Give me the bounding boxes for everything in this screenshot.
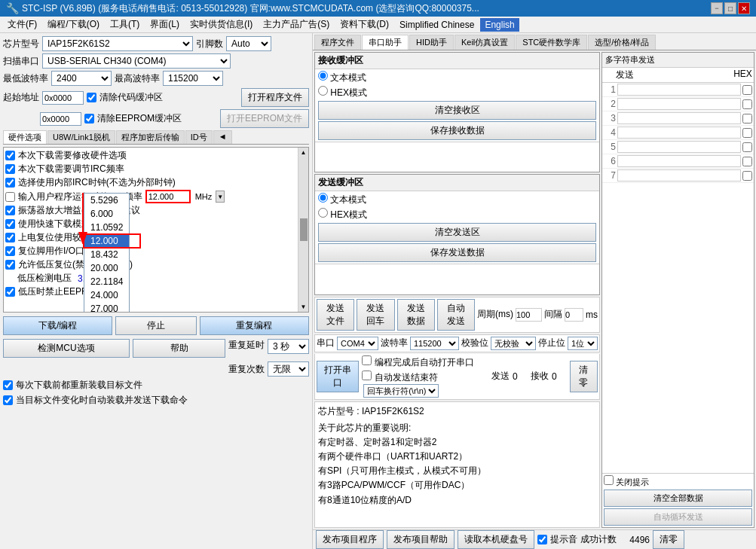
baud-ctrl-select[interactable]: 115200	[410, 337, 459, 350]
stop-ctrl-select[interactable]: 1位	[568, 337, 598, 350]
freq-option-0[interactable]: 5.5296	[84, 194, 129, 207]
freq-input[interactable]	[145, 190, 191, 203]
read-disk-btn[interactable]: 读取本机硬盘号	[458, 530, 534, 549]
re-program-btn[interactable]: 重复编程	[200, 316, 309, 335]
period-input[interactable]	[516, 308, 542, 322]
stop-btn[interactable]: 停止	[115, 316, 196, 335]
menu-stock[interactable]: 实时供货信息(I)	[185, 17, 257, 32]
option-10-check[interactable]	[5, 287, 15, 297]
menu-ads[interactable]: 主力产品广告(S)	[259, 17, 334, 32]
hw-options-tab[interactable]: 硬件选项	[3, 130, 47, 144]
save-send-btn[interactable]: 保存发送数据	[318, 243, 596, 262]
recv-text-radio[interactable]	[318, 71, 328, 81]
end-char-select[interactable]: 回车换行符(\r\n)	[363, 384, 439, 398]
hw-tab-u8w[interactable]: U8W/Link1脱机	[47, 130, 115, 144]
auto-open-check[interactable]	[362, 355, 372, 365]
clear-count-btn[interactable]: 清零	[570, 361, 598, 392]
addr1-input[interactable]	[42, 91, 84, 105]
port-select[interactable]: USB-SERIAL CH340 (COM4)	[42, 53, 231, 69]
download-btn[interactable]: 下载/编程	[3, 316, 112, 335]
freq-dropdown[interactable]: 5.5296 6.000 11.0592 12.000 18.432 20.00…	[84, 193, 130, 313]
hw-tab-id[interactable]: ID号	[185, 130, 213, 144]
minimize-button[interactable]: －	[711, 2, 723, 14]
publish-prog-btn[interactable]: 发布项目程序	[316, 530, 384, 549]
hw-tab-prev[interactable]: ◄	[213, 130, 232, 144]
auto-send-check[interactable]	[3, 395, 13, 405]
min-baud-select[interactable]: 2400	[51, 71, 112, 86]
tab-prog-file[interactable]: 程序文件	[314, 35, 361, 50]
freq-option-3[interactable]: 12.000	[84, 234, 129, 248]
option-1-check[interactable]	[5, 164, 15, 174]
menu-tools[interactable]: 工具(T)	[106, 17, 144, 32]
send-hex-1[interactable]	[742, 85, 752, 95]
scroll-down-btn[interactable]: ▼	[299, 302, 308, 312]
send-back-btn[interactable]: 发送回车	[357, 299, 394, 331]
auto-end-check[interactable]	[362, 371, 372, 380]
tab-selection[interactable]: 选型/价格/样品	[588, 35, 656, 50]
tab-serial-assist[interactable]: 串口助手	[362, 35, 409, 50]
clear-all-btn[interactable]: 清空全部数据	[604, 490, 752, 507]
clear-code-check[interactable]	[87, 93, 96, 102]
send-textarea[interactable]	[315, 264, 599, 294]
tab-keil[interactable]: Keil仿真设置	[455, 35, 515, 50]
close-button[interactable]: ✕	[738, 2, 750, 14]
save-recv-btn[interactable]: 保存接收数据	[318, 121, 596, 140]
option-4-check[interactable]	[5, 206, 15, 215]
recv-textarea[interactable]	[315, 142, 599, 172]
addr2-input[interactable]	[40, 112, 81, 126]
open-eeprom-btn[interactable]: 打开EEPROM文件	[220, 109, 309, 128]
scroll-thumb[interactable]	[300, 218, 308, 241]
menu-download[interactable]: 资料下载(D)	[335, 17, 393, 32]
send-input-5[interactable]	[617, 141, 741, 153]
interval-input[interactable]	[565, 308, 583, 322]
option-3-check[interactable]	[5, 192, 15, 202]
open-port-btn[interactable]: 打开串口	[317, 361, 359, 392]
send-input-4[interactable]	[617, 127, 741, 139]
freq-option-5[interactable]: 20.000	[84, 261, 129, 275]
send-input-3[interactable]	[617, 112, 741, 124]
freq-option-6[interactable]: 22.1184	[84, 275, 129, 288]
close-hint-check[interactable]	[604, 475, 614, 485]
send-input-1[interactable]	[617, 84, 741, 96]
option-8-check[interactable]	[5, 260, 15, 270]
menu-simplified-chinese[interactable]: Simplified Chinese	[395, 18, 479, 32]
recv-hex-radio[interactable]	[318, 86, 328, 96]
send-hex-4[interactable]	[742, 128, 752, 138]
send-data-btn[interactable]: 发送数据	[397, 299, 435, 331]
hint-check[interactable]	[537, 535, 547, 544]
tab-math-lib[interactable]: STC硬件数学库	[516, 35, 587, 50]
menu-interface[interactable]: 界面(L)	[145, 17, 184, 32]
help-btn[interactable]: 帮助	[133, 339, 225, 358]
maximize-button[interactable]: □	[724, 2, 736, 14]
re-count-select[interactable]: 无限	[268, 361, 309, 377]
send-hex-6[interactable]	[742, 157, 752, 166]
scroll-up-btn[interactable]: ▲	[299, 148, 308, 157]
open-prog-btn[interactable]: 打开程序文件	[241, 88, 309, 107]
options-scrollbar[interactable]: ▲ ▼	[298, 148, 308, 312]
send-input-7[interactable]	[617, 169, 741, 181]
freq-option-7[interactable]: 24.000	[84, 288, 129, 302]
send-text-radio[interactable]	[318, 193, 328, 203]
send-hex-radio[interactable]	[318, 208, 328, 218]
option-2-check[interactable]	[5, 178, 15, 188]
freq-dropdown-btn[interactable]: ▼	[216, 191, 225, 203]
menu-file[interactable]: 文件(F)	[3, 17, 41, 32]
freq-option-1[interactable]: 6.000	[84, 207, 129, 221]
clear-recv-btn[interactable]: 清空接收区	[318, 101, 596, 120]
send-hex-3[interactable]	[742, 114, 752, 124]
send-hex-2[interactable]	[742, 99, 752, 109]
check-ctrl-select[interactable]: 无校验	[491, 337, 536, 350]
option-6-check[interactable]	[5, 233, 15, 242]
send-hex-5[interactable]	[742, 142, 752, 152]
footer-clear-btn[interactable]: 清零	[653, 530, 684, 549]
max-baud-select[interactable]: 115200	[163, 71, 223, 86]
send-input-2[interactable]	[617, 98, 741, 110]
send-file-btn[interactable]: 发送文件	[317, 299, 354, 331]
menu-program[interactable]: 编程/下载(O)	[43, 17, 104, 32]
clear-eeprom-check[interactable]	[84, 114, 94, 124]
clear-send-btn[interactable]: 清空发送区	[318, 223, 596, 242]
chip-select[interactable]: IAP15F2K61S2	[42, 36, 193, 51]
publish-help-btn[interactable]: 发布项目帮助	[387, 530, 455, 549]
re-delay-select[interactable]: 3 秒	[268, 339, 309, 354]
freq-option-8[interactable]: 27.000	[84, 302, 129, 313]
